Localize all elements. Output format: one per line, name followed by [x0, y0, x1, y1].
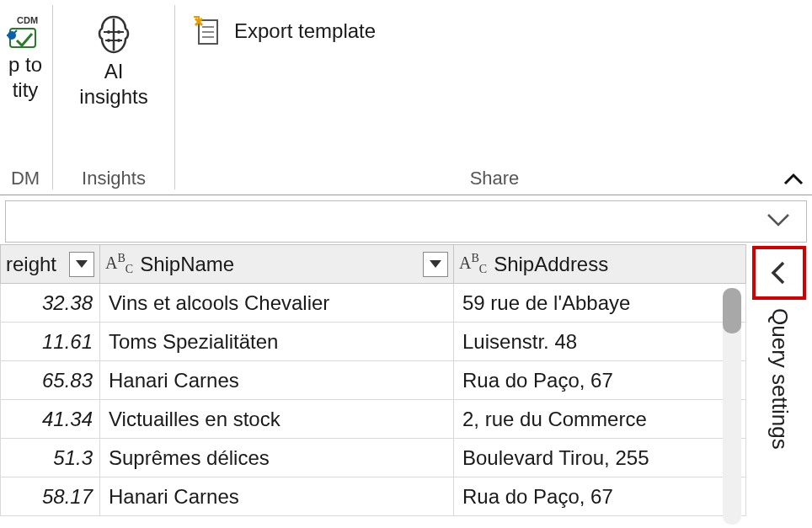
cell-shipname[interactable]: Victuailles en stock [100, 400, 454, 439]
table-scrollbar[interactable] [723, 288, 741, 525]
filter-button-shipname[interactable] [423, 252, 448, 277]
table-row[interactable]: 11.61Toms SpezialitätenLuisenstr. 48 [1, 323, 746, 361]
cell-freight[interactable]: 51.3 [1, 439, 100, 477]
text-type-icon: ABC [105, 253, 133, 275]
ribbon-group-cdm-label: DM [3, 166, 47, 193]
ai-insights-button[interactable]: AI insights [72, 7, 154, 115]
query-settings-label: Query settings [767, 308, 793, 450]
table-row[interactable]: 51.3Suprêmes délicesBoulevard Tirou, 255 [1, 439, 746, 477]
ribbon-group-insights-label: Insights [58, 166, 169, 193]
cdm-icon: CDM [5, 12, 45, 52]
export-template-label: Export template [234, 19, 376, 43]
cell-shipaddress[interactable]: Rua do Paço, 67 [454, 361, 746, 400]
cell-shipaddress[interactable]: Boulevard Tirou, 255 [454, 439, 746, 477]
svg-point-9 [117, 39, 120, 42]
expand-query-settings-button[interactable] [752, 246, 806, 300]
column-header-freight-label: reight [6, 253, 56, 276]
cell-shipaddress[interactable]: Luisenstr. 48 [454, 323, 746, 361]
cell-freight[interactable]: 41.34 [1, 400, 100, 439]
column-header-freight[interactable]: reight [1, 245, 100, 284]
formula-bar[interactable] [5, 200, 807, 243]
cell-shipaddress[interactable]: 59 rue de l'Abbaye [454, 284, 746, 323]
export-template-button[interactable]: Export template [180, 7, 386, 56]
ribbon-separator [52, 5, 53, 189]
table-row[interactable]: 32.38Vins et alcools Chevalier59 rue de … [1, 284, 746, 323]
caret-down-icon [75, 259, 88, 269]
cell-shipname[interactable]: Suprêmes délices [100, 439, 454, 477]
data-table: reight ABC ShipName [0, 244, 746, 516]
cell-shipname[interactable]: Hanari Carnes [100, 361, 454, 400]
column-header-shipaddress-label: ShipAddress [494, 253, 608, 276]
query-settings-panel: Query settings [746, 244, 812, 528]
svg-text:CDM: CDM [17, 15, 38, 25]
cell-shipname[interactable]: Hanari Carnes [100, 477, 454, 516]
cell-freight[interactable]: 58.17 [1, 477, 100, 516]
table-row[interactable]: 58.17Hanari CarnesRua do Paço, 67 [1, 477, 746, 516]
cell-shipaddress[interactable]: Rua do Paço, 67 [454, 477, 746, 516]
cell-freight[interactable]: 65.83 [1, 361, 100, 400]
ribbon-group-insights: AI insights Insights [55, 0, 173, 195]
cell-freight[interactable]: 32.38 [1, 284, 100, 323]
column-header-shipname-label: ShipName [140, 253, 234, 276]
filter-button-freight[interactable] [69, 252, 94, 277]
ai-insights-label-2: insights [79, 84, 147, 109]
ribbon-separator [174, 5, 175, 189]
cell-freight[interactable]: 11.61 [1, 323, 100, 361]
map-to-entity-label-1: p to [8, 52, 42, 77]
caret-down-icon [429, 259, 442, 269]
svg-point-7 [117, 30, 120, 34]
ai-insights-label-1: AI [104, 59, 124, 84]
table-row[interactable]: 41.34Victuailles en stock2, rue du Comme… [1, 400, 746, 439]
map-to-entity-button[interactable]: CDM p to tity [0, 7, 52, 108]
ribbon-group-share-label: Share [180, 166, 809, 193]
collapse-ribbon-button[interactable] [782, 168, 805, 197]
brain-icon [90, 12, 137, 59]
cell-shipname[interactable]: Vins et alcools Chevalier [100, 284, 454, 323]
cell-shipname[interactable]: Toms Spezialitäten [100, 323, 454, 361]
ribbon: CDM p to tity DM [0, 0, 812, 195]
map-to-entity-label-2: tity [13, 77, 39, 103]
chevron-down-icon [766, 211, 791, 228]
export-template-icon [190, 15, 222, 47]
chevron-up-icon [782, 168, 805, 192]
table-scrollbar-thumb[interactable] [723, 288, 741, 333]
column-header-shipaddress[interactable]: ABC ShipAddress [454, 245, 746, 284]
data-table-wrap: reight ABC ShipName [0, 244, 746, 528]
table-row[interactable]: 65.83Hanari CarnesRua do Paço, 67 [1, 361, 746, 400]
content-area: reight ABC ShipName [0, 244, 812, 528]
ribbon-group-share: Export template Share [177, 0, 812, 195]
formula-bar-expand[interactable] [766, 210, 791, 233]
cell-shipaddress[interactable]: 2, rue du Commerce [454, 400, 746, 439]
chevron-left-icon [767, 260, 792, 285]
ribbon-group-cdm: CDM p to tity DM [0, 0, 51, 195]
svg-point-6 [107, 30, 110, 34]
svg-point-8 [107, 39, 110, 42]
text-type-icon: ABC [459, 253, 487, 275]
column-header-shipname[interactable]: ABC ShipName [100, 245, 454, 284]
table-header-row: reight ABC ShipName [1, 245, 746, 284]
